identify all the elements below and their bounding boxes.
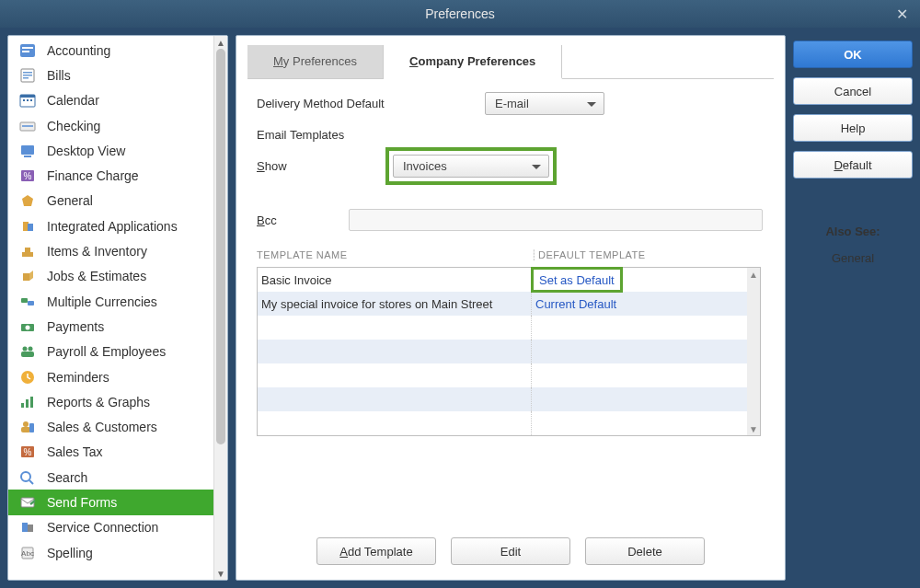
sidebar-item-label: Reports & Graphs bbox=[47, 395, 150, 409]
scrollbar-thumb[interactable] bbox=[216, 49, 225, 444]
titlebar: Preferences ✕ bbox=[0, 0, 920, 28]
col-header-default: DEFAULT TEMPLATE bbox=[535, 249, 646, 261]
sidebar-item-payroll-employees[interactable]: Payroll & Employees bbox=[8, 340, 213, 364]
sidebar-item-multiple-currencies[interactable]: Multiple Currencies bbox=[8, 289, 213, 314]
sidebar-item-items-inventory[interactable]: Items & Inventory bbox=[8, 238, 213, 263]
template-name-cell bbox=[258, 316, 532, 340]
sidebar-item-jobs-estimates[interactable]: Jobs & Estimates bbox=[8, 264, 213, 289]
sidebar: AccountingBillsCalendarCheckingDesktop V… bbox=[7, 35, 228, 581]
sidebar-item-desktop-view[interactable]: Desktop View bbox=[8, 138, 213, 163]
svg-rect-21 bbox=[21, 298, 28, 303]
default-template-cell bbox=[532, 340, 747, 363]
service-connection-icon bbox=[17, 518, 38, 536]
sidebar-item-label: Spelling bbox=[47, 546, 93, 560]
scroll-up-icon[interactable]: ▲ bbox=[214, 36, 227, 49]
table-row[interactable]: Basic InvoiceSet as Default bbox=[258, 268, 747, 292]
sidebar-item-integrated-applications[interactable]: Integrated Applications bbox=[8, 213, 213, 238]
svg-rect-33 bbox=[21, 427, 30, 432]
template-name-cell: Basic Invoice bbox=[258, 268, 532, 292]
jobs-estimates-icon bbox=[17, 267, 38, 285]
sidebar-item-label: Service Connection bbox=[47, 520, 158, 535]
multiple-currencies-icon bbox=[17, 293, 38, 311]
cancel-button[interactable]: Cancel bbox=[793, 77, 913, 105]
tab-company-preferences[interactable]: Company Preferences bbox=[384, 45, 562, 79]
sidebar-item-spelling[interactable]: AbcSpelling bbox=[8, 540, 213, 565]
ok-button[interactable]: OK bbox=[793, 40, 913, 68]
sidebar-item-label: Items & Inventory bbox=[47, 244, 147, 259]
sidebar-item-sales-tax[interactable]: %Sales Tax bbox=[8, 440, 213, 465]
reports-graphs-icon bbox=[17, 393, 38, 411]
select-delivery-method[interactable]: E-mail bbox=[485, 92, 604, 115]
sidebar-item-send-forms[interactable]: Send Forms bbox=[8, 490, 213, 514]
general-icon bbox=[17, 191, 38, 210]
svg-rect-40 bbox=[28, 525, 33, 532]
highlight-set-as-default[interactable]: Set as Default bbox=[531, 267, 623, 293]
sidebar-item-search[interactable]: Search bbox=[8, 465, 213, 490]
calendar-icon bbox=[17, 91, 38, 110]
default-template-cell[interactable]: Set as Default bbox=[532, 268, 747, 292]
label-show: Show bbox=[257, 159, 385, 173]
svg-rect-18 bbox=[28, 224, 33, 231]
row-delivery-method: Delivery Method Default E-mail bbox=[257, 92, 774, 115]
row-bcc: Bcc bbox=[257, 209, 774, 231]
close-icon[interactable]: ✕ bbox=[892, 5, 911, 23]
sidebar-item-label: Bills bbox=[47, 68, 71, 83]
templates-table: TEMPLATE NAME ┊ DEFAULT TEMPLATE Basic I… bbox=[257, 249, 761, 436]
table-scroll-down-icon[interactable]: ▼ bbox=[747, 422, 760, 435]
accounting-icon bbox=[17, 41, 38, 60]
sidebar-item-label: Integrated Applications bbox=[47, 219, 178, 234]
edit-button[interactable]: Edit bbox=[451, 537, 570, 565]
add-template-button[interactable]: Add Template bbox=[316, 537, 436, 565]
table-scrollbar[interactable]: ▲ ▼ bbox=[747, 268, 760, 435]
sidebar-item-reports-graphs[interactable]: Reports & Graphs bbox=[8, 389, 213, 414]
sidebar-scrollbar[interactable]: ▲ ▼ bbox=[213, 36, 227, 580]
template-name-cell bbox=[258, 387, 532, 411]
sidebar-item-label: Payments bbox=[47, 319, 104, 334]
sidebar-item-sales-customers[interactable]: Sales & Customers bbox=[8, 414, 213, 439]
label-bcc: Bcc bbox=[257, 213, 349, 227]
spelling-icon: Abc bbox=[17, 544, 38, 562]
table-scroll-up-icon[interactable]: ▲ bbox=[747, 268, 760, 281]
delete-button[interactable]: Delete bbox=[585, 537, 705, 565]
svg-rect-6 bbox=[23, 77, 29, 79]
tab-my-preferences[interactable]: My Preferences bbox=[247, 45, 384, 78]
svg-point-24 bbox=[26, 325, 30, 329]
payroll-employees-icon bbox=[17, 342, 38, 361]
help-button[interactable]: Help bbox=[793, 114, 913, 142]
sidebar-item-calendar[interactable]: Calendar bbox=[8, 88, 213, 113]
label-delivery-method: Delivery Method Default bbox=[257, 97, 441, 110]
also-see-general-link[interactable]: General bbox=[793, 251, 913, 265]
svg-rect-22 bbox=[28, 301, 34, 306]
sidebar-item-bills[interactable]: Bills bbox=[8, 63, 213, 87]
default-template-cell bbox=[532, 411, 747, 435]
svg-rect-14 bbox=[24, 156, 31, 157]
sidebar-item-label: Sales Tax bbox=[47, 444, 102, 459]
input-bcc[interactable] bbox=[349, 209, 763, 231]
scroll-down-icon[interactable]: ▼ bbox=[214, 567, 227, 580]
sidebar-item-finance-charge[interactable]: %Finance Charge bbox=[8, 163, 213, 188]
svg-text:Abc: Abc bbox=[21, 549, 34, 558]
sidebar-item-label: Payroll & Employees bbox=[47, 344, 166, 359]
main-panel: My Preferences Company Preferences Deliv… bbox=[236, 35, 786, 581]
sidebar-item-label: Search bbox=[47, 470, 87, 485]
right-column: OK Cancel Help Default Also See: General bbox=[793, 35, 913, 581]
bills-icon bbox=[17, 66, 38, 85]
svg-rect-19 bbox=[22, 252, 33, 257]
default-button[interactable]: Default bbox=[793, 151, 913, 179]
table-row[interactable]: My special invoice for stores on Main St… bbox=[258, 292, 747, 316]
svg-rect-10 bbox=[27, 99, 29, 101]
default-template-cell[interactable]: Current Default bbox=[532, 292, 747, 316]
sidebar-item-reminders[interactable]: Reminders bbox=[8, 364, 213, 389]
also-see-header: Also See: bbox=[793, 225, 913, 238]
sidebar-item-general[interactable]: General bbox=[8, 189, 213, 213]
table-headers: TEMPLATE NAME ┊ DEFAULT TEMPLATE bbox=[257, 249, 761, 267]
sidebar-item-accounting[interactable]: Accounting bbox=[8, 38, 213, 63]
sidebar-item-payments[interactable]: Payments bbox=[8, 314, 213, 339]
template-name-cell: My special invoice for stores on Main St… bbox=[258, 292, 532, 316]
sidebar-item-label: Accounting bbox=[47, 43, 110, 58]
sidebar-item-service-connection[interactable]: Service Connection bbox=[8, 515, 213, 540]
sidebar-item-checking[interactable]: Checking bbox=[8, 113, 213, 138]
select-show[interactable]: Invoices bbox=[393, 155, 549, 178]
col-header-template-name: TEMPLATE NAME bbox=[257, 249, 531, 261]
table-row bbox=[258, 340, 747, 363]
